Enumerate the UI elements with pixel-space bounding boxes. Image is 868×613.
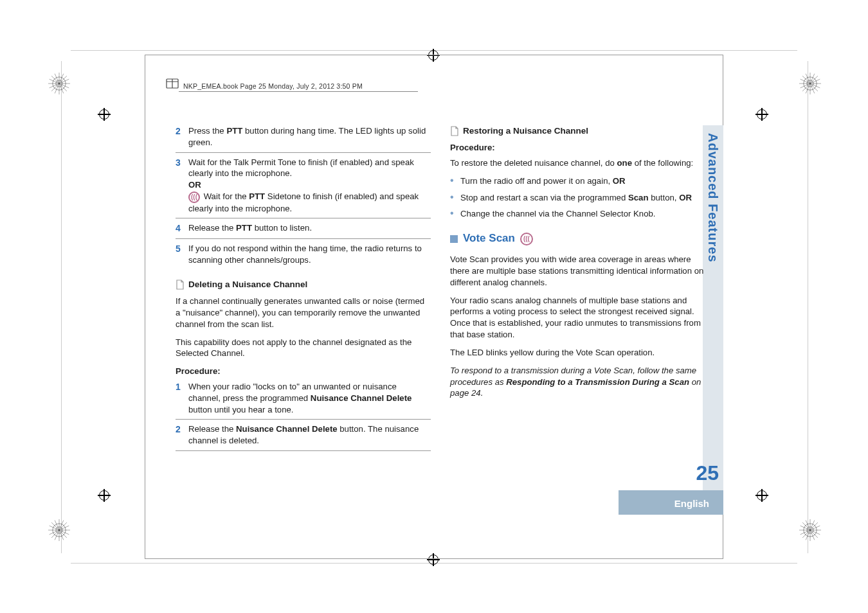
heading-text: Deleting a Nuisance Channel <box>188 279 307 290</box>
subsection-heading: Deleting a Nuisance Channel <box>176 279 431 290</box>
language-label: English <box>674 498 709 509</box>
step-text: Release the PTT button to listen. <box>188 222 431 235</box>
square-icon <box>450 235 458 243</box>
bullet-text: Change the channel via the Channel Selec… <box>460 208 656 220</box>
registration-mark-icon <box>98 108 111 121</box>
registration-mark-icon <box>755 108 768 121</box>
list-item: 5If you do not respond within the hang t… <box>176 243 431 270</box>
procedure-label: Procedure: <box>176 366 431 377</box>
side-tab-label: Advanced Features <box>705 133 720 263</box>
page-content: 2Press the PTT button during hang time. … <box>176 125 706 455</box>
list-item: 4Release the PTT button to listen. <box>176 222 431 239</box>
bullet-icon: • <box>450 175 460 187</box>
right-column: Restoring a Nuisance Channel Procedure: … <box>450 125 705 455</box>
list-item: •Stop and restart a scan via the program… <box>450 192 705 204</box>
registration-mark-icon <box>755 489 768 502</box>
procedure-label: Procedure: <box>450 142 705 154</box>
continue-steps-list: 2Press the PTT button during hang time. … <box>176 125 431 270</box>
crop-line <box>61 61 62 553</box>
step-number: 2 <box>176 125 188 148</box>
bullet-icon: • <box>450 208 460 220</box>
paragraph: This capability does not apply to the ch… <box>176 337 431 360</box>
paragraph: Your radio scans analog channels of mult… <box>450 295 705 341</box>
paragraph: Vote Scan provides you with wide area co… <box>450 254 705 288</box>
heading-text: Restoring a Nuisance Channel <box>463 125 588 137</box>
step-number: 2 <box>176 423 188 447</box>
bullet-text: Stop and restart a scan via the programm… <box>460 192 692 204</box>
left-column: 2Press the PTT button during hang time. … <box>176 125 431 455</box>
paragraph: To respond to a transmission during a Vo… <box>450 365 705 399</box>
starburst-mark-icon <box>799 519 821 541</box>
page-icon <box>450 126 459 136</box>
page-icon <box>176 280 185 290</box>
page-number: 25 <box>696 461 719 485</box>
list-item: •Turn the radio off and power it on agai… <box>450 175 705 187</box>
step-number: 3 <box>176 157 188 215</box>
step-text: Release the Nuisance Channel Delete butt… <box>188 423 431 447</box>
book-icon <box>165 76 180 92</box>
bullet-text: Turn the radio off and power it on again… <box>460 175 626 187</box>
paragraph: To restore the deleted nuisance channel,… <box>450 157 705 169</box>
starburst-mark-icon <box>48 73 70 94</box>
restore-bullet-list: •Turn the radio off and power it on agai… <box>450 175 705 220</box>
analog-mode-icon: ((( <box>520 233 533 245</box>
step-text: Wait for the Talk Permit Tone to finish … <box>188 157 431 215</box>
step-number: 5 <box>176 243 188 266</box>
paragraph: The LED blinks yellow during the Vote Sc… <box>450 347 705 359</box>
list-item: •Change the channel via the Channel Sele… <box>450 208 705 220</box>
page-meta-line: NKP_EMEA.book Page 25 Monday, July 2, 20… <box>183 82 363 90</box>
step-number: 4 <box>176 222 188 235</box>
step-text: If you do not respond within the hang ti… <box>188 243 431 266</box>
list-item: 1When your radio "locks on to" an unwant… <box>176 381 431 420</box>
page-meta-underline <box>179 91 418 92</box>
crop-line <box>808 61 808 553</box>
section-heading: Vote Scan ((( <box>450 231 705 246</box>
paragraph: If a channel continually generates unwan… <box>176 296 431 330</box>
starburst-mark-icon <box>799 73 821 94</box>
delete-steps-list: 1When your radio "locks on to" an unwant… <box>176 381 431 451</box>
step-number: 1 <box>176 381 188 415</box>
subsection-heading: Restoring a Nuisance Channel <box>450 125 705 137</box>
heading-text: Vote Scan <box>463 231 515 246</box>
list-item: 3Wait for the Talk Permit Tone to finish… <box>176 157 431 219</box>
registration-mark-icon <box>98 489 111 502</box>
step-text: Press the PTT button during hang time. T… <box>188 125 431 148</box>
analog-mode-icon: ((( <box>188 191 200 203</box>
step-text: When your radio "locks on to" an unwante… <box>188 381 431 415</box>
list-item: 2Release the Nuisance Channel Delete but… <box>176 423 431 451</box>
starburst-mark-icon <box>48 519 70 541</box>
bullet-icon: • <box>450 192 460 204</box>
list-item: 2Press the PTT button during hang time. … <box>176 125 431 153</box>
